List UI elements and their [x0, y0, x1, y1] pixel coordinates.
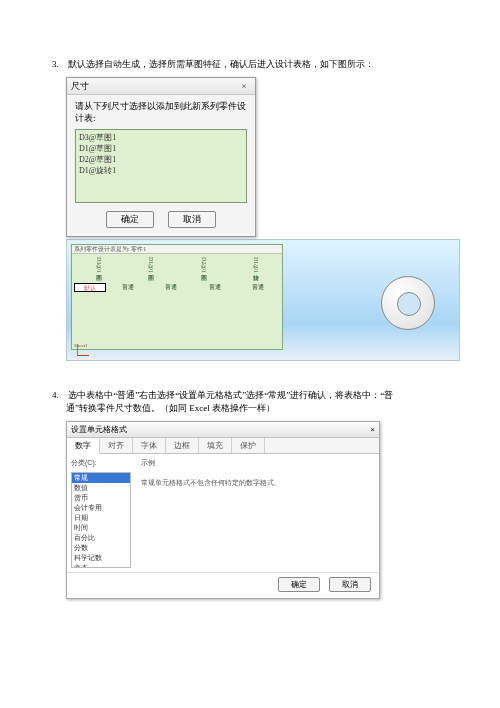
step-4-text-line1: 选中表格中“普通”右击选择“设置单元格格式”选择“常规”进行确认，将表格中：“普: [68, 390, 393, 400]
category-item[interactable]: 数值: [72, 483, 130, 493]
table-cell[interactable]: 普通: [106, 283, 150, 292]
list-item[interactable]: D1@草图1: [79, 143, 243, 154]
table-cell[interactable]: 普通: [193, 283, 237, 292]
category-item[interactable]: 文本: [72, 563, 130, 568]
category-item[interactable]: 时间: [72, 523, 130, 533]
axis-triad-icon: [77, 336, 97, 356]
ok-button[interactable]: 确定: [106, 211, 154, 228]
category-listbox[interactable]: 常规 数值 货币 会计专用 日期 时间 百分比 分数 科学记数 文本 特殊 自定…: [71, 472, 131, 568]
step-3-number: 3.: [52, 59, 66, 69]
close-icon[interactable]: ×: [237, 78, 251, 94]
tab-border[interactable]: 边框: [166, 438, 199, 453]
dialog-prompt: 请从下列尺寸选择以添加到此新系列零件设计表:: [75, 101, 247, 125]
step-3: 3. 默认选择自动生成，选择所需草图特征，确认后进入设计表格，如下图所示：: [52, 58, 460, 71]
step-4-text-line2: 通”转换零件尺寸数值。（如同 Excel 表格操作一样）: [66, 402, 460, 415]
category-item[interactable]: 科学记数: [72, 553, 130, 563]
step-4: 4. 选中表格中“普通”右击选择“设置单元格格式”选择“常规”进行确认，将表格中…: [52, 389, 460, 415]
category-item[interactable]: 分数: [72, 543, 130, 553]
design-table-sheet[interactable]: 系列零件设计表是为: 零件1 D3@草图1 D1@草图1 D2@草图1 D1@旋…: [71, 244, 283, 350]
table-cell[interactable]: 普通: [237, 283, 281, 292]
list-item[interactable]: D3@草图1: [79, 132, 243, 143]
cad-viewport: 系列零件设计表是为: 零件1 D3@草图1 D1@草图1 D2@草图1 D1@旋…: [66, 239, 460, 361]
category-item[interactable]: 货币: [72, 493, 130, 503]
close-icon[interactable]: ×: [370, 422, 375, 437]
tab-font[interactable]: 字体: [133, 438, 166, 453]
dialog-titlebar: 尺寸 ×: [67, 78, 255, 95]
row-label-cell[interactable]: 默认: [74, 283, 106, 292]
dimensions-listbox[interactable]: D3@草图1 D1@草图1 D2@草图1 D1@旋转1: [75, 129, 247, 203]
dialog-tabs: 数字 对齐 字体 边框 填充 保护: [67, 438, 379, 454]
col-header: D1@草图1: [146, 257, 155, 279]
category-label: 分类(C):: [71, 458, 135, 468]
list-item[interactable]: D2@草图1: [79, 154, 243, 165]
tab-protection[interactable]: 保护: [232, 438, 265, 453]
category-item[interactable]: 百分比: [72, 533, 130, 543]
sample-label: 示例: [141, 458, 373, 468]
col-header: D1@旋转1: [251, 257, 260, 279]
tab-number[interactable]: 数字: [67, 438, 100, 454]
dialog-title: 尺寸: [71, 78, 89, 94]
step-3-text: 默认选择自动生成，选择所需草图特征，确认后进入设计表格，如下图所示：: [68, 59, 374, 69]
category-item[interactable]: 日期: [72, 513, 130, 523]
tab-fill[interactable]: 填充: [199, 438, 232, 453]
tab-alignment[interactable]: 对齐: [100, 438, 133, 453]
dialog-titlebar: 设置单元格格式 ×: [67, 422, 379, 438]
col-header: D2@草图1: [199, 257, 208, 279]
figure-step-3: 尺寸 × 请从下列尺寸选择以添加到此新系列零件设计表: D3@草图1 D1@草图…: [66, 77, 460, 361]
cancel-button[interactable]: 取消: [168, 211, 216, 228]
format-description: 常规单元格格式不包含任何特定的数字格式。: [141, 478, 373, 488]
step-4-number: 4.: [52, 390, 66, 400]
list-item[interactable]: D1@旋转1: [79, 165, 243, 176]
category-item-general[interactable]: 常规: [72, 473, 130, 483]
category-item[interactable]: 会计专用: [72, 503, 130, 513]
part-3d-model: [381, 276, 435, 330]
sheet-title: 系列零件设计表是为: 零件1: [72, 245, 282, 254]
dialog-title: 设置单元格格式: [71, 422, 127, 437]
col-header: D3@草图1: [94, 257, 103, 279]
table-cell[interactable]: 普通: [150, 283, 194, 292]
cancel-button[interactable]: 取消: [329, 577, 371, 592]
column-headers: D3@草图1 D1@草图1 D2@草图1 D1@旋转1: [72, 257, 282, 279]
dimensions-dialog: 尺寸 × 请从下列尺寸选择以添加到此新系列零件设计表: D3@草图1 D1@草图…: [66, 77, 256, 237]
format-cells-dialog: 设置单元格格式 × 数字 对齐 字体 边框 填充 保护 分类(C): 常规 数值…: [66, 421, 380, 599]
table-row: 默认 普通 普通 普通 普通: [74, 283, 280, 292]
ok-button[interactable]: 确定: [278, 577, 320, 592]
